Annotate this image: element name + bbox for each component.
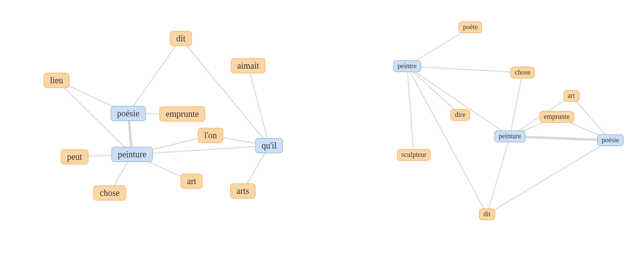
graph-edge bbox=[181, 38, 269, 146]
graph-edge bbox=[487, 140, 610, 214]
graph-node-label: sculpteur bbox=[401, 151, 426, 159]
edge-layer bbox=[0, 0, 644, 265]
graph-node-emprunte2[interactable]: emprunte bbox=[540, 111, 574, 123]
graph-node-art2[interactable]: art bbox=[564, 90, 580, 102]
graph-node-label: aimait bbox=[237, 61, 259, 71]
graph-edge bbox=[487, 136, 510, 214]
graph-node-peut[interactable]: peut bbox=[61, 150, 89, 165]
graph-node-emprunte[interactable]: emprunte bbox=[159, 107, 205, 122]
graph-edge bbox=[407, 66, 460, 115]
graph-node-quil[interactable]: qu'il bbox=[255, 138, 283, 153]
graph-node-label: peintre bbox=[398, 62, 417, 70]
graph-edge bbox=[407, 66, 487, 214]
graph-node-peinture[interactable]: peinture bbox=[112, 147, 153, 162]
graph-node-arts[interactable]: arts bbox=[230, 184, 255, 199]
graph-node-label: emprunte bbox=[544, 113, 570, 121]
graph-node-poesie2[interactable]: poésie bbox=[597, 134, 624, 146]
graph-node-lon[interactable]: l'on bbox=[198, 128, 223, 143]
graph-node-lieu[interactable]: lieu bbox=[44, 73, 70, 88]
graph-node-dit2[interactable]: dit bbox=[479, 208, 495, 220]
graph-node-chose2[interactable]: chose bbox=[510, 67, 535, 78]
graph-edge bbox=[571, 96, 610, 140]
graph-node-art[interactable]: art bbox=[181, 174, 203, 189]
graph-node-label: art bbox=[187, 176, 196, 187]
graph-node-label: lieu bbox=[50, 76, 63, 86]
graph-node-label: chose bbox=[100, 188, 120, 198]
graph-edge bbox=[407, 66, 510, 136]
graph-edge bbox=[128, 38, 181, 114]
graph-node-label: l'on bbox=[204, 131, 217, 141]
graph-node-poesie[interactable]: poésie bbox=[111, 106, 146, 121]
graph-node-label: dire bbox=[455, 111, 466, 119]
graph-node-label: poésie bbox=[117, 109, 139, 119]
graph-edge bbox=[407, 66, 414, 155]
graph-node-label: qu'il bbox=[261, 141, 276, 151]
graph-node-label: peinture bbox=[499, 132, 521, 140]
graph-canvas: ditaimaitlieupoésieempruntel'onpeintureq… bbox=[0, 0, 644, 265]
graph-edge bbox=[407, 66, 523, 73]
graph-node-dire[interactable]: dire bbox=[450, 109, 470, 121]
graph-node-label: poète bbox=[463, 23, 478, 31]
graph-node-poete[interactable]: poète bbox=[459, 21, 482, 33]
graph-node-label: emprunte bbox=[166, 109, 199, 119]
graph-node-sculpteur[interactable]: sculpteur bbox=[397, 149, 430, 161]
graph-node-dit[interactable]: dit bbox=[170, 31, 192, 46]
graph-node-label: art bbox=[568, 92, 575, 100]
graph-node-label: chose bbox=[515, 69, 530, 76]
graph-node-label: dit bbox=[484, 210, 491, 218]
graph-node-label: dit bbox=[176, 34, 185, 44]
graph-edge bbox=[248, 66, 269, 146]
graph-node-aimait[interactable]: aimait bbox=[231, 58, 266, 74]
graph-node-label: peut bbox=[67, 152, 82, 162]
graph-node-label: peinture bbox=[118, 150, 147, 160]
graph-node-label: poésie bbox=[602, 136, 619, 144]
graph-node-peintre[interactable]: peintre bbox=[393, 60, 421, 72]
graph-node-label: arts bbox=[236, 186, 249, 196]
graph-node-peinture2[interactable]: peinture bbox=[494, 131, 526, 142]
graph-node-chose[interactable]: chose bbox=[94, 186, 126, 201]
graph-edge bbox=[510, 73, 523, 136]
